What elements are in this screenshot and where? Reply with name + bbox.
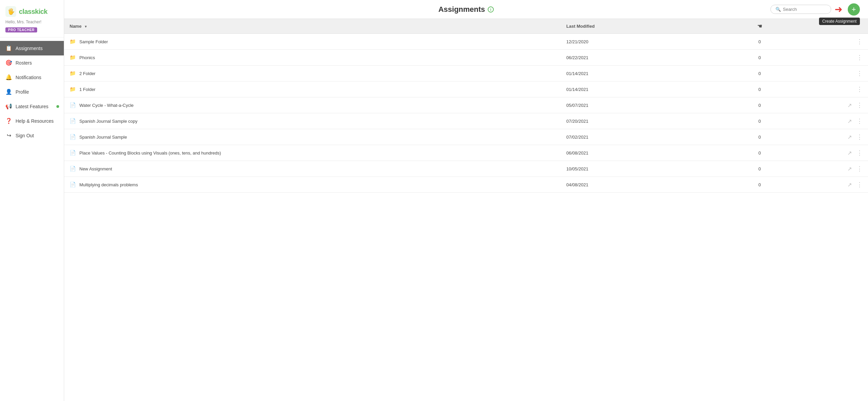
cell-modified: 12/21/2020 [561,34,723,50]
cell-name: 📄 Water Cycle - What-a-Cycle [64,97,561,113]
cell-actions: ↗ ⋮ [796,129,868,145]
table-header-row: Name ▼ Last Modified ☚ [64,19,868,34]
more-options-button[interactable]: ⋮ [857,102,863,109]
row-name-text: 2 Folder [79,71,96,76]
main-content: Assignments i 🔍 ➜ + Create Assignment [64,0,868,401]
more-options-button[interactable]: ⋮ [857,165,863,172]
cell-modified: 01/14/2021 [561,81,723,97]
table-row[interactable]: 📁 Phonics 06/22/2021 0 ⋮ [64,50,868,66]
logo-area: 🖐 classkick [5,6,58,17]
assignment-icon: 📄 [70,166,76,172]
cell-count: 0 [723,113,796,129]
sidebar-item-help-resources[interactable]: ❓ Help & Resources [0,114,64,128]
sidebar-item-latest-features[interactable]: 📢 Latest Features [0,99,64,114]
table-row[interactable]: 📁 Sample Folder 12/21/2020 0 ⋮ [64,34,868,50]
create-assignment-button[interactable]: + Create Assignment [848,3,860,16]
table-row[interactable]: 📄 Spanish Journal Sample copy 07/20/2021… [64,113,868,129]
assignment-icon: 📄 [70,102,76,108]
table-row[interactable]: 📄 Multiplying decimals problems 04/08/20… [64,177,868,193]
cell-name: 📄 Multiplying decimals problems [64,177,561,193]
cell-modified: 05/07/2021 [561,97,723,113]
cell-actions: ↗ ⋮ [796,97,868,113]
sidebar-item-rosters[interactable]: 🎯 Rosters [0,55,64,70]
info-icon[interactable]: i [488,6,494,13]
cell-count: 0 [723,97,796,113]
cell-actions: ↗ ⋮ [796,177,868,193]
cell-actions: ↗ ⋮ [796,161,868,177]
table-row[interactable]: 📄 Spanish Journal Sample 07/02/2021 0 ↗ … [64,129,868,145]
page-title-area: Assignments i [335,5,597,14]
cell-modified: 07/02/2021 [561,129,723,145]
cell-count: 0 [723,161,796,177]
create-assignment-tooltip: Create Assignment [819,18,860,25]
share-button[interactable]: ↗ [847,150,852,156]
table-row[interactable]: 📄 Water Cycle - What-a-Cycle 05/07/2021 … [64,97,868,113]
assignment-icon: 📄 [70,134,76,140]
nav-icon-profile: 👤 [5,89,12,95]
cell-count: 0 [723,81,796,97]
more-options-button[interactable]: ⋮ [857,134,863,140]
nav-icon-assignments: 📋 [5,45,12,51]
col-header-hand: ☚ [723,19,796,34]
share-button[interactable]: ↗ [847,166,852,172]
latest-features-badge [56,105,59,108]
share-button[interactable]: ↗ [847,134,852,140]
logo-text: classkick [19,8,47,16]
nav-icon-latest-features: 📢 [5,103,12,110]
share-button[interactable]: ↗ [847,102,852,108]
more-options-button[interactable]: ⋮ [857,149,863,156]
cell-modified: 06/08/2021 [561,145,723,161]
hand-icon: ☚ [757,23,762,29]
table-row[interactable]: 📁 2 Folder 01/14/2021 0 ⋮ [64,66,868,81]
search-icon: 🔍 [775,7,781,12]
cell-modified: 10/05/2021 [561,161,723,177]
table-row[interactable]: 📁 1 Folder 01/14/2021 0 ⋮ [64,81,868,97]
share-button[interactable]: ↗ [847,182,852,188]
more-options-button[interactable]: ⋮ [857,181,863,188]
nav-icon-notifications: 🔔 [5,74,12,80]
pro-badge: PRO TEACHER [5,27,37,32]
more-options-button[interactable]: ⋮ [857,54,863,61]
cell-count: 0 [723,50,796,66]
logo-icon: 🖐 [5,6,16,17]
col-header-name[interactable]: Name ▼ [64,19,561,34]
assignment-icon: 📄 [70,118,76,124]
cell-count: 0 [723,66,796,81]
more-options-button[interactable]: ⋮ [857,118,863,124]
folder-icon: 📁 [70,70,76,76]
cell-actions: ⋮ [796,81,868,97]
cell-name: 📁 Phonics [64,50,561,66]
table-container: Name ▼ Last Modified ☚ 📁 Sample Folder [64,19,868,401]
folder-icon: 📁 [70,86,76,92]
table-row[interactable]: 📄 Place Values - Counting Blocks using V… [64,145,868,161]
cell-modified: 04/08/2021 [561,177,723,193]
cell-name: 📄 Spanish Journal Sample copy [64,113,561,129]
nav-icon-help-resources: ❓ [5,118,12,124]
nav-label-notifications: Notifications [16,75,41,80]
row-name-text: Spanish Journal Sample copy [79,119,137,124]
sidebar-item-sign-out[interactable]: ↪ Sign Out [0,128,64,143]
nav-label-assignments: Assignments [16,46,43,51]
sidebar-header: 🖐 classkick Hello, Mrs. Teacher! PRO TEA… [0,0,64,38]
sidebar-item-notifications[interactable]: 🔔 Notifications [0,70,64,85]
red-arrow-icon: ➜ [835,5,842,14]
sort-arrow-icon: ▼ [84,25,87,28]
table-row[interactable]: 📄 New Assignment 10/05/2021 0 ↗ ⋮ [64,161,868,177]
sidebar: 🖐 classkick Hello, Mrs. Teacher! PRO TEA… [0,0,64,401]
sidebar-item-profile[interactable]: 👤 Profile [0,85,64,99]
search-input[interactable] [783,7,826,12]
nav-label-profile: Profile [16,89,29,95]
cell-name: 📄 Place Values - Counting Blocks using V… [64,145,561,161]
cell-modified: 06/22/2021 [561,50,723,66]
assignments-table: Name ▼ Last Modified ☚ 📁 Sample Folder [64,19,868,193]
share-button[interactable]: ↗ [847,118,852,124]
nav-label-rosters: Rosters [16,60,32,66]
top-bar: Assignments i 🔍 ➜ + Create Assignment [64,0,868,19]
table-body: 📁 Sample Folder 12/21/2020 0 ⋮ 📁 Phonics… [64,34,868,193]
cell-actions: ↗ ⋮ [796,145,868,161]
sidebar-item-assignments[interactable]: 📋 Assignments [0,41,64,55]
row-name-text: Place Values - Counting Blocks using Vis… [79,150,221,156]
more-options-button[interactable]: ⋮ [857,70,863,77]
more-options-button[interactable]: ⋮ [857,38,863,45]
more-options-button[interactable]: ⋮ [857,86,863,93]
